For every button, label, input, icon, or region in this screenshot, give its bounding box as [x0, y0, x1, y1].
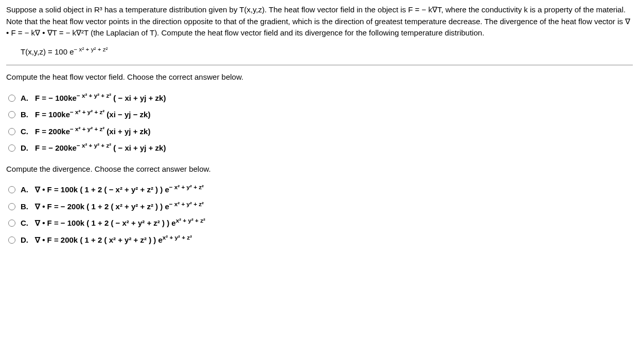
q2-options: A. ∇ • F = 100k ( 1 + 2 ( − x² + y² + z²… [8, 184, 633, 246]
temperature-equation: T(x,y,z) = 100 e− x² + y² + z² [21, 46, 633, 58]
q2-exp-b: − x² + y² + z² [169, 201, 204, 207]
q1-pre-b: F = 100ke [35, 110, 70, 119]
q1-label-d: D. [21, 142, 30, 154]
q2-pre-b: ∇ • F = − 200k ( 1 + 2 ( x² + y² + z² ) … [35, 202, 169, 211]
q1-radio-c[interactable] [8, 128, 15, 135]
q2-option-b[interactable]: B. ∇ • F = − 200k ( 1 + 2 ( x² + y² + z²… [8, 201, 633, 213]
q1-expr-c: F = 200ke− x² + y² + z² (xi + yj + zk) [35, 126, 150, 138]
q1-option-a[interactable]: A. F = − 100ke− x² + y² + z² ( − xi + yj… [8, 93, 633, 104]
q1-prompt: Compute the heat flow vector field. Choo… [6, 71, 633, 83]
q1-post-d: ( − xi + yj + zk) [111, 143, 166, 152]
q2-expr-b: ∇ • F = − 200k ( 1 + 2 ( x² + y² + z² ) … [35, 201, 204, 213]
q1-pre-d: F = − 200ke [35, 143, 77, 152]
q1-exp-b: − x² + y² + z² [70, 108, 104, 115]
equation-exponent: − x² + y² + z² [74, 46, 108, 52]
problem-statement: Suppose a solid object in R³ has a tempe… [6, 4, 633, 39]
q1-radio-b[interactable] [8, 111, 15, 118]
q1-label-b: B. [21, 109, 30, 121]
q1-option-b[interactable]: B. F = 100ke− x² + y² + z² (xi − yj − zk… [8, 109, 633, 121]
q1-option-c[interactable]: C. F = 200ke− x² + y² + z² (xi + yj + zk… [8, 126, 633, 138]
q2-option-a[interactable]: A. ∇ • F = 100k ( 1 + 2 ( − x² + y² + z²… [8, 184, 633, 196]
q1-label-a: A. [21, 93, 30, 104]
q1-pre-c: F = 200ke [35, 127, 70, 136]
q2-exp-a: − x² + y² + z² [169, 184, 204, 190]
q1-post-b: (xi − yj − zk) [104, 110, 150, 119]
q1-label-c: C. [21, 126, 30, 138]
q1-expr-b: F = 100ke− x² + y² + z² (xi − yj − zk) [35, 109, 150, 121]
q2-pre-c: ∇ • F = − 100k ( 1 + 2 ( − x² + y² + z² … [35, 219, 176, 227]
q2-option-d[interactable]: D. ∇ • F = 200k ( 1 + 2 ( x² + y² + z² )… [8, 234, 633, 246]
q2-pre-d: ∇ • F = 200k ( 1 + 2 ( x² + y² + z² ) ) … [35, 235, 163, 244]
q2-expr-c: ∇ • F = − 100k ( 1 + 2 ( − x² + y² + z² … [35, 217, 205, 229]
q2-pre-a: ∇ • F = 100k ( 1 + 2 ( − x² + y² + z² ) … [35, 185, 169, 194]
q1-expr-d: F = − 200ke− x² + y² + z² ( − xi + yj + … [35, 142, 166, 154]
q2-expr-a: ∇ • F = 100k ( 1 + 2 ( − x² + y² + z² ) … [35, 184, 204, 196]
q1-expr-a: F = − 100ke− x² + y² + z² ( − xi + yj + … [35, 93, 166, 104]
q1-radio-a[interactable] [8, 95, 15, 102]
q2-label-d: D. [21, 234, 30, 246]
q2-radio-d[interactable] [8, 236, 15, 244]
q1-option-d[interactable]: D. F = − 200ke− x² + y² + z² ( − xi + yj… [8, 142, 633, 154]
q2-radio-b[interactable] [8, 203, 15, 210]
q1-exp-c: − x² + y² + z² [70, 125, 104, 132]
q1-exp-a: − x² + y² + z² [77, 92, 111, 99]
equation-prefix: T(x,y,z) = 100 e [21, 47, 74, 56]
q2-exp-c: x² + y² + z² [176, 217, 205, 224]
q1-pre-a: F = − 100ke [35, 94, 77, 102]
q2-expr-d: ∇ • F = 200k ( 1 + 2 ( x² + y² + z² ) ) … [35, 234, 192, 246]
q2-radio-c[interactable] [8, 220, 15, 227]
q2-label-c: C. [21, 217, 30, 229]
q2-label-a: A. [21, 184, 30, 196]
q2-option-c[interactable]: C. ∇ • F = − 100k ( 1 + 2 ( − x² + y² + … [8, 217, 633, 229]
q2-exp-d: x² + y² + z² [163, 234, 192, 241]
q2-prompt: Compute the divergence. Choose the corre… [6, 163, 633, 175]
q1-radio-d[interactable] [8, 144, 15, 152]
q1-post-c: (xi + yj + zk) [104, 127, 150, 136]
divider [6, 65, 633, 65]
q1-options: A. F = − 100ke− x² + y² + z² ( − xi + yj… [8, 93, 633, 154]
q2-label-b: B. [21, 201, 30, 213]
q2-radio-a[interactable] [8, 186, 15, 193]
q1-post-a: ( − xi + yj + zk) [111, 94, 166, 102]
q1-exp-d: − x² + y² + z² [77, 142, 111, 149]
